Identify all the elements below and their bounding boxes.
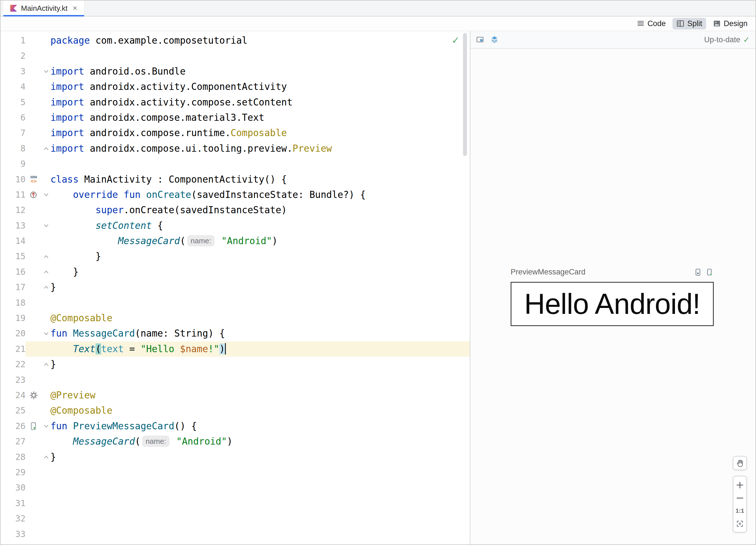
code-text[interactable]: @Composable [50, 403, 470, 418]
code-text[interactable]: import androidx.compose.ui.tooling.previ… [50, 141, 470, 156]
line-number[interactable]: 16 [1, 264, 26, 280]
gutter-icon-cell[interactable] [26, 187, 42, 202]
code-line[interactable]: 21 Text(text = "Hello $name!") [1, 342, 470, 357]
code-editor[interactable]: 1package com.example.composetutorial23 i… [1, 31, 470, 544]
line-number[interactable]: 25 [1, 403, 26, 418]
line-number[interactable]: 14 [1, 233, 26, 249]
line-number[interactable]: 5 [1, 95, 26, 110]
line-number[interactable]: 1 [1, 33, 26, 48]
code-line[interactable]: 14 MessageCard(name: "Android") [1, 233, 470, 249]
line-number[interactable]: 21 [1, 342, 26, 357]
preview-display-mode-icon[interactable] [476, 35, 485, 44]
activity-class-icon[interactable]: <> [29, 175, 38, 184]
line-number[interactable]: 6 [1, 110, 26, 125]
preview-settings-gear-icon[interactable] [29, 391, 38, 400]
line-number[interactable]: 8 [1, 141, 26, 156]
code-text[interactable] [50, 372, 470, 388]
line-number[interactable]: 20 [1, 326, 26, 341]
line-number[interactable]: 29 [1, 465, 26, 480]
line-number[interactable]: 17 [1, 280, 26, 295]
line-number[interactable]: 15 [1, 249, 26, 264]
line-number[interactable]: 26 [1, 419, 26, 434]
fold-marker-cell[interactable] [42, 419, 50, 434]
run-preview-icon[interactable] [29, 422, 38, 431]
code-text[interactable]: fun MessageCard(name: String) { [50, 326, 470, 341]
view-mode-split[interactable]: Split [672, 18, 706, 29]
code-line[interactable]: 9 [1, 156, 470, 171]
line-number[interactable]: 32 [1, 511, 26, 526]
line-number[interactable]: 34 [1, 542, 26, 544]
code-line[interactable]: 18 [1, 295, 470, 311]
fold-marker-cell[interactable] [42, 357, 50, 372]
code-text[interactable]: fun PreviewMessageCard() { [50, 419, 470, 434]
code-text[interactable] [50, 156, 470, 171]
code-line[interactable]: 3 import android.os.Bundle [1, 64, 470, 79]
fold-collapse-icon[interactable] [43, 330, 50, 338]
line-number[interactable]: 7 [1, 125, 26, 141]
fold-collapse-icon[interactable] [43, 423, 50, 430]
code-line[interactable]: 23 [1, 372, 470, 388]
interactive-mode-icon[interactable] [694, 268, 702, 276]
fit-to-screen-button[interactable] [733, 518, 746, 530]
line-number[interactable]: 10 [1, 172, 26, 187]
code-text[interactable] [50, 542, 470, 544]
code-line[interactable]: 32 [1, 511, 470, 526]
gutter-icon-cell[interactable] [26, 419, 42, 434]
code-line[interactable]: 30 [1, 480, 470, 495]
fold-marker-cell[interactable] [42, 449, 50, 465]
code-line[interactable]: 12 super.onCreate(savedInstanceState) [1, 202, 470, 218]
code-line[interactable]: 11 override fun onCreate(savedInstanceSt… [1, 187, 470, 202]
code-text[interactable] [50, 295, 470, 311]
fold-marker-cell[interactable] [42, 141, 50, 156]
preview-layers-icon[interactable] [490, 35, 499, 44]
code-text[interactable]: } [50, 249, 470, 264]
fold-marker-cell[interactable] [42, 64, 50, 79]
run-on-device-icon[interactable] [706, 268, 714, 276]
compose-preview-frame[interactable]: Hello Android! [511, 282, 714, 326]
line-number[interactable]: 9 [1, 156, 26, 171]
code-line[interactable]: 27 MessageCard(name: "Android") [1, 434, 470, 449]
code-text[interactable]: MessageCard(name: "Android") [50, 434, 470, 449]
code-line[interactable]: 31 [1, 496, 470, 511]
code-text[interactable] [50, 527, 470, 542]
zoom-out-button[interactable]: − [733, 492, 746, 504]
fold-marker-cell[interactable] [42, 187, 50, 202]
code-text[interactable]: } [50, 357, 470, 372]
code-line[interactable]: 10 <> class MainActivity : ComponentActi… [1, 172, 470, 187]
fold-marker-cell[interactable] [42, 280, 50, 295]
code-line[interactable]: 8 import androidx.compose.ui.tooling.pre… [1, 141, 470, 156]
line-number[interactable]: 31 [1, 496, 26, 511]
code-line[interactable]: 29 [1, 465, 470, 480]
code-text[interactable]: MessageCard(name: "Android") [50, 233, 470, 249]
line-number[interactable]: 22 [1, 357, 26, 372]
code-line[interactable]: 28 } [1, 449, 470, 465]
code-text[interactable] [50, 465, 470, 480]
code-line[interactable]: 13 setContent { [1, 218, 470, 233]
code-line[interactable]: 24 @Preview [1, 388, 470, 403]
fold-collapse-icon[interactable] [43, 68, 50, 75]
inspection-status-icon[interactable]: ✓ [452, 35, 460, 46]
actual-size-button[interactable]: 1:1 [733, 505, 746, 517]
pan-tool-button[interactable] [733, 456, 747, 470]
code-text[interactable]: import android.os.Bundle [50, 64, 470, 79]
line-number[interactable]: 30 [1, 480, 26, 495]
fold-end-icon[interactable] [43, 453, 50, 461]
code-text[interactable]: class MainActivity : ComponentActivity()… [50, 172, 470, 187]
code-line[interactable]: 5import androidx.activity.compose.setCon… [1, 95, 470, 110]
code-line[interactable]: 6import androidx.compose.material3.Text [1, 110, 470, 125]
line-number[interactable]: 27 [1, 434, 26, 449]
code-line[interactable]: 22 } [1, 357, 470, 372]
tab-close-icon[interactable]: × [73, 4, 77, 13]
code-line[interactable]: 20 fun MessageCard(name: String) { [1, 326, 470, 341]
code-text[interactable]: import androidx.compose.runtime.Composab… [50, 125, 470, 141]
fold-marker-cell[interactable] [42, 326, 50, 341]
code-line[interactable]: 2 [1, 48, 470, 63]
line-number[interactable]: 19 [1, 311, 26, 326]
fold-end-icon[interactable] [43, 145, 50, 152]
view-mode-code[interactable]: Code [633, 18, 670, 29]
fold-collapse-icon[interactable] [43, 222, 50, 229]
line-number[interactable]: 2 [1, 48, 26, 63]
line-number[interactable]: 28 [1, 449, 26, 465]
line-number[interactable]: 33 [1, 527, 26, 542]
code-text[interactable]: } [50, 449, 470, 465]
